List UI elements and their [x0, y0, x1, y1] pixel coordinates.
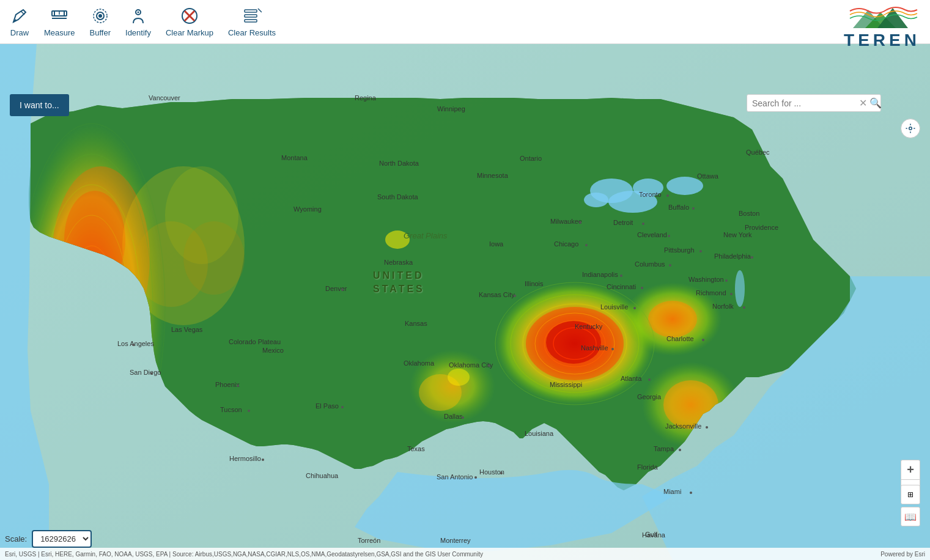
logo-text: TEREN [844, 31, 920, 50]
draw-tool[interactable]: Draw [10, 6, 29, 37]
svg-point-38 [648, 301, 697, 337]
cincinnati-dot [641, 287, 643, 289]
pittsburgh-dot [699, 250, 702, 252]
indianapolis-dot [620, 274, 622, 277]
map-container[interactable]: UNITED STATES Great Plains Vancouver Reg… [0, 44, 930, 560]
detroit-dot [642, 223, 644, 225]
los-angeles-dot [132, 344, 135, 346]
kansas-city-dot [514, 295, 516, 297]
clear-results-tool[interactable]: Clear Results [228, 6, 276, 37]
svg-point-60 [584, 193, 608, 207]
attribution-bar: Esri, USGS | Esri, HERE, Garmin, FAO, NO… [0, 548, 930, 560]
clear-markup-label: Clear Markup [166, 28, 213, 37]
bookmark-button[interactable]: 📖 [901, 507, 920, 526]
oklahoma-city-dot [488, 364, 490, 367]
norfolk-dot [743, 306, 745, 309]
svg-point-33 [183, 221, 245, 295]
denver-dot [341, 289, 344, 291]
el-paso-dot [341, 406, 344, 408]
tampa-dot [679, 449, 681, 451]
columbus-dot [669, 264, 671, 267]
svg-point-58 [666, 177, 703, 195]
washington-dot [725, 279, 728, 282]
charlotte-dot [702, 339, 704, 341]
svg-line-17 [258, 9, 262, 12]
cleveland-dot [668, 235, 670, 237]
toolbar: Draw Measure Buffer Identify [0, 0, 930, 44]
scale-select[interactable]: 16292626 8000000 4000000 2000000 [32, 530, 92, 548]
hermosillo-dot [262, 459, 264, 461]
zoom-in-button[interactable]: + [901, 460, 920, 479]
draw-label: Draw [10, 28, 29, 37]
svg-point-61 [735, 270, 745, 307]
clear-results-label: Clear Results [228, 28, 276, 37]
identify-label: Identify [125, 28, 151, 37]
richmond-dot [730, 293, 733, 295]
louisville-dot [633, 307, 636, 309]
svg-point-59 [608, 191, 657, 213]
toronto-dot [666, 194, 669, 197]
houston-dot [500, 472, 503, 474]
dallas-dot [462, 416, 464, 419]
search-submit-icon[interactable]: 🔍 [869, 97, 882, 109]
search-bar: ✕ 🔍 [747, 94, 881, 112]
miami-dot [690, 492, 692, 494]
location-button[interactable] [901, 119, 920, 138]
buffer-label: Buffer [90, 28, 111, 37]
measure-label: Measure [44, 28, 75, 37]
san-diego-dot [150, 372, 153, 375]
attribution-left: Esri, USGS | Esri, HERE, Garmin, FAO, NO… [5, 551, 483, 558]
svg-point-10 [137, 12, 139, 13]
svg-point-8 [98, 14, 102, 18]
identify-tool[interactable]: Identify [125, 6, 151, 37]
nashville-dot [611, 348, 614, 350]
svg-rect-14 [245, 10, 257, 12]
map-tools: ⊞ 📖 [901, 485, 920, 526]
logo: TEREN [844, 5, 920, 50]
clear-markup-tool[interactable]: Clear Markup [166, 6, 213, 37]
buffalo-dot [692, 207, 695, 210]
svg-rect-15 [245, 15, 257, 17]
tucson-dot [248, 410, 250, 412]
chicago-dot [585, 244, 588, 246]
attribution-right: Powered by Esri [880, 551, 925, 558]
milwaukee-dot [579, 221, 581, 224]
phoenix-dot [237, 385, 239, 387]
svg-line-0 [21, 11, 24, 15]
i-want-to-button[interactable]: I want to... [10, 94, 69, 116]
philadelphia-dot [751, 256, 753, 259]
buffer-tool[interactable]: Buffer [90, 6, 111, 37]
search-clear-icon[interactable]: ✕ [859, 97, 867, 109]
search-input[interactable] [752, 98, 859, 108]
scale-label: Scale: [5, 534, 27, 543]
svg-point-43 [385, 230, 410, 249]
jacksonville-dot [706, 426, 708, 429]
measure-tool[interactable]: Measure [44, 6, 75, 37]
atlanta-dot [648, 378, 651, 381]
svg-point-44 [448, 369, 470, 386]
svg-rect-16 [245, 20, 257, 22]
san-antonio-dot [474, 476, 477, 479]
extent-button[interactable]: ⊞ [901, 485, 920, 504]
svg-point-62 [909, 127, 912, 130]
scale-control: Scale: 16292626 8000000 4000000 2000000 [5, 530, 92, 548]
